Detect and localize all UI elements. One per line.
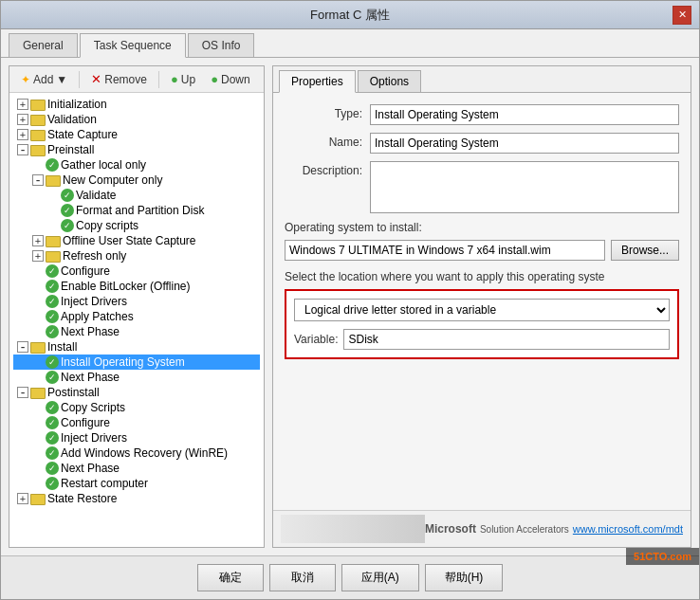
footer-bar: Microsoft Solution Accelerators www.micr… — [273, 510, 691, 547]
tree-item-label: Next Phase — [61, 325, 120, 338]
tree-item[interactable]: ✓ Copy scripts — [13, 218, 260, 233]
down-icon: ● — [211, 72, 218, 86]
tree-item[interactable]: ✓ Next Phase — [13, 461, 260, 476]
expand-minus-icon: - — [17, 341, 28, 353]
variable-input[interactable] — [343, 329, 670, 350]
tree-item[interactable]: + Initialization — [13, 97, 260, 112]
tree-item[interactable]: ✓ Install Operating System — [13, 355, 260, 370]
tree-item[interactable]: ✓ Inject Drivers — [13, 430, 260, 445]
check-icon: ✓ — [46, 371, 59, 384]
tree-item-label: New Computer only — [63, 173, 162, 187]
ms-link[interactable]: www.microsoft.com/mdt — [573, 523, 683, 535]
tree-item[interactable]: - Install — [13, 339, 260, 355]
tree-item-label: Configure — [61, 416, 110, 429]
tab-general[interactable]: General — [9, 33, 78, 57]
tab-task-sequence[interactable]: Task Sequence — [80, 33, 186, 58]
tree-item-label: Initialization — [47, 98, 107, 111]
description-field-row: Description: — [285, 161, 679, 213]
tree-item[interactable]: ✓ Validate — [13, 188, 260, 203]
tree-item-label: Preinstall — [47, 143, 94, 156]
dropdown-arrow: ▼ — [56, 73, 67, 86]
tree-item[interactable]: - Preinstall — [13, 142, 260, 157]
check-icon: ✓ — [61, 204, 74, 217]
down-button[interactable]: ● Down — [205, 70, 256, 88]
tree-item[interactable]: ✓ Apply Patches — [13, 309, 260, 324]
tree-item[interactable]: ✓ Restart computer — [13, 476, 260, 491]
check-icon: ✓ — [46, 446, 59, 460]
ms-sub: Solution Accelerators — [480, 524, 569, 535]
location-select[interactable]: Logical drive letter stored in a variabl… — [294, 299, 670, 321]
close-button[interactable]: ✕ — [672, 6, 691, 25]
os-input[interactable] — [285, 240, 605, 261]
tree-item[interactable]: ✓ Copy Scripts — [13, 400, 260, 415]
check-icon: ✓ — [46, 280, 59, 293]
tree-item-label: Inject Drivers — [61, 431, 127, 445]
tree-item[interactable]: - New Computer only — [13, 173, 260, 188]
tree-item[interactable]: ✓ Next Phase — [13, 324, 260, 339]
check-icon: ✓ — [46, 355, 59, 369]
tree-item[interactable]: ✓ Configure — [13, 415, 260, 430]
tree-item-label: State Restore — [47, 492, 117, 505]
tree-item[interactable]: ✓ Inject Drivers — [13, 294, 260, 309]
up-button[interactable]: ● Up — [165, 70, 201, 88]
separator — [79, 71, 80, 88]
tree-item[interactable]: ✓ Next Phase — [13, 370, 260, 385]
check-icon: ✓ — [46, 401, 59, 414]
tree-item[interactable]: + State Restore — [13, 491, 260, 506]
expand-plus-icon: + — [17, 114, 28, 125]
folder-icon — [46, 251, 61, 263]
type-field-row: Type: — [285, 104, 679, 125]
prop-content: Type: Name: Description: Operating syste… — [273, 93, 691, 510]
folder-icon — [30, 145, 46, 156]
select-section: Select the location where you want to ap… — [285, 270, 679, 359]
prop-tab-options[interactable]: Options — [358, 70, 421, 92]
cancel-button[interactable]: 取消 — [269, 564, 336, 591]
tree-item[interactable]: ✓ Configure — [13, 264, 260, 279]
tree-item-label: Restart computer — [61, 477, 148, 490]
browse-button[interactable]: Browse... — [611, 240, 679, 261]
folder-icon — [30, 100, 46, 111]
tree-item-label: Gather local only — [61, 158, 146, 172]
title-bar: Format C 属性 ✕ — [1, 1, 699, 29]
add-button[interactable]: ✦ Add ▼ — [15, 71, 73, 88]
tree-item[interactable]: ✓ Enable BitLocker (Offline) — [13, 279, 260, 294]
name-input[interactable] — [370, 133, 679, 154]
ms-logo: Microsoft Solution Accelerators www.micr… — [425, 522, 683, 536]
apply-button[interactable]: 应用(A) — [341, 564, 419, 591]
tab-os-info[interactable]: OS Info — [188, 33, 255, 57]
tree-item[interactable]: + Validation — [13, 112, 260, 127]
folder-icon — [46, 175, 61, 187]
tree-item[interactable]: ✓ Format and Partition Disk — [13, 203, 260, 218]
tree-item-label: Add Windows Recovery (WinRE) — [61, 446, 228, 460]
right-panel: Properties Options Type: Name: Descripti… — [272, 65, 691, 548]
tree-item[interactable]: + State Capture — [13, 127, 260, 142]
variable-label: Variable: — [294, 333, 338, 346]
left-panel: ✦ Add ▼ ✕ Remove ● Up ● Down — [9, 65, 265, 548]
tree-item-label: Offline User State Capture — [63, 234, 196, 247]
description-label: Description: — [285, 161, 370, 177]
ok-button[interactable]: 确定 — [197, 564, 264, 591]
os-section-label: Operating system to install: — [285, 221, 679, 234]
check-icon: ✓ — [46, 416, 59, 429]
tree-item[interactable]: + Offline User State Capture — [13, 233, 260, 248]
remove-button[interactable]: ✕ Remove — [85, 70, 153, 88]
tree-item-label: Copy scripts — [76, 219, 138, 232]
type-input[interactable] — [370, 104, 679, 125]
tree-item[interactable]: - Postinstall — [13, 385, 260, 400]
expand-plus-icon: + — [32, 250, 44, 262]
tree-item-label: State Capture — [47, 128, 118, 141]
folder-icon — [30, 388, 46, 399]
help-button[interactable]: 帮助(H) — [425, 564, 504, 591]
window-title: Format C 属性 — [28, 7, 672, 24]
tree-item[interactable]: ✓ Add Windows Recovery (WinRE) — [13, 445, 260, 461]
check-icon: ✓ — [46, 264, 59, 278]
folder-icon — [46, 236, 61, 247]
tree-item-label: Format and Partition Disk — [76, 204, 204, 217]
description-input[interactable] — [370, 161, 679, 213]
tree-item[interactable]: + Refresh only — [13, 248, 260, 264]
tree-item-label: Copy Scripts — [61, 401, 125, 414]
prop-tab-properties[interactable]: Properties — [279, 70, 356, 93]
check-icon: ✓ — [46, 477, 59, 490]
check-icon: ✓ — [46, 310, 59, 323]
tree-item[interactable]: ✓ Gather local only — [13, 157, 260, 173]
